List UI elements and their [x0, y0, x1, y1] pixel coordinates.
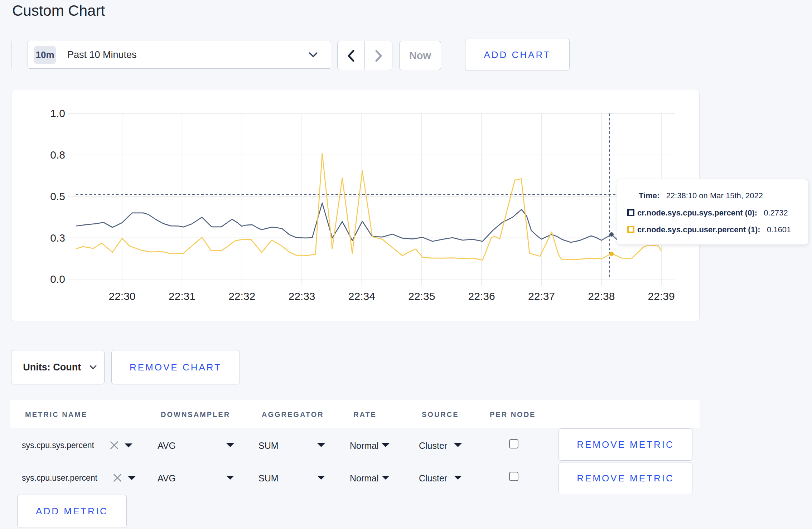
svg-text:0.0: 0.0 — [50, 273, 65, 285]
svg-text:22:33: 22:33 — [288, 290, 315, 302]
svg-text:22:39: 22:39 — [648, 290, 675, 302]
svg-text:0.5: 0.5 — [50, 190, 65, 202]
svg-text:22:34: 22:34 — [348, 290, 375, 302]
svg-text:22:36: 22:36 — [468, 290, 495, 302]
svg-text:0.3: 0.3 — [50, 232, 65, 244]
svg-text:22:37: 22:37 — [528, 290, 555, 302]
svg-text:22:30: 22:30 — [108, 290, 135, 302]
svg-text:1.0: 1.0 — [50, 107, 65, 119]
svg-text:22:35: 22:35 — [408, 290, 435, 302]
svg-text:22:38: 22:38 — [588, 290, 615, 302]
svg-text:22:32: 22:32 — [228, 290, 255, 302]
svg-text:22:31: 22:31 — [169, 290, 195, 302]
svg-text:0.8: 0.8 — [50, 149, 65, 161]
